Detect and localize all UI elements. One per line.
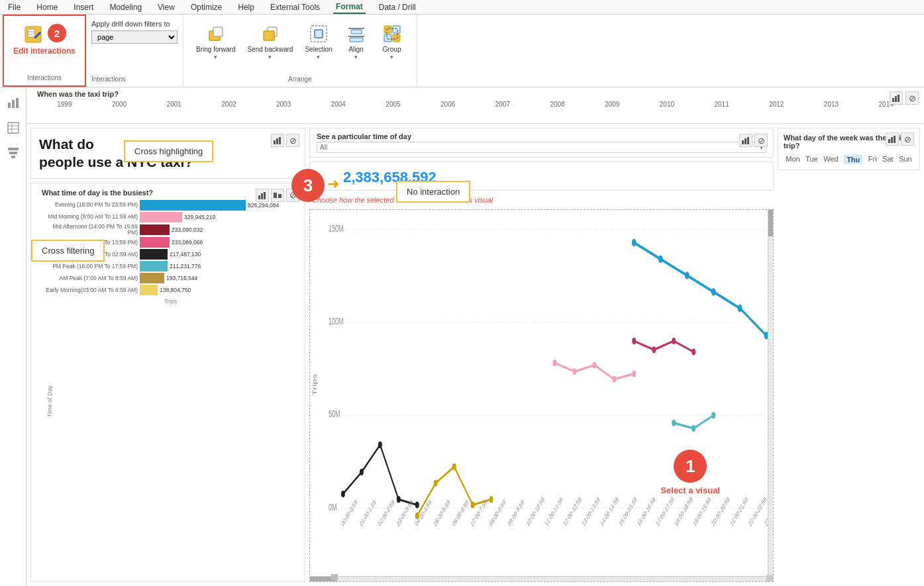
menu-external-tools[interactable]: External Tools [268, 1, 323, 13]
svg-point-75 [672, 338, 676, 344]
svg-text:17:00-17:59: 17:00-17:59 [655, 495, 675, 528]
year-2013: 2013 [804, 101, 859, 108]
filter-card: See a particular time of day All▾ ⊘ [309, 128, 774, 158]
dow-no-interact-icon[interactable]: ⊘ [901, 132, 914, 146]
timeline-controls: ⊘ [890, 91, 919, 105]
svg-point-52 [341, 491, 345, 497]
edit-interactions-row: 2 Edit interactions [9, 19, 79, 74]
scatter-h-scroll[interactable] [310, 576, 773, 581]
cross-highlighting-tooltip: Cross highlighting [124, 140, 213, 162]
selection-icon [308, 23, 329, 44]
svg-rect-9 [315, 30, 323, 38]
year-2004: 2004 [311, 101, 366, 108]
left-panel-resize[interactable] [331, 574, 338, 581]
timeline-no-interact-icon[interactable]: ⊘ [905, 91, 919, 105]
svg-rect-11 [351, 30, 362, 34]
svg-point-71 [612, 376, 616, 383]
svg-text:15:00-15:59: 15:00-15:59 [618, 495, 638, 528]
bar-label: Mid Morning (9:00 AM To 11:59 AM) [42, 214, 138, 220]
group-button[interactable]: Group ▾ [376, 20, 409, 73]
bar-label: PM Peak (16:00 PM To 17:59 PM) [42, 264, 138, 269]
svg-text:12:00-12:59: 12:00-12:59 [562, 495, 582, 528]
year-2008: 2008 [530, 101, 585, 108]
sidebar-table-icon[interactable] [3, 118, 23, 138]
select-visual-label: Select a visual [660, 485, 720, 495]
svg-rect-32 [274, 140, 276, 144]
svg-point-63 [658, 255, 663, 263]
bar-fill [140, 261, 168, 271]
selection-button[interactable]: Selection ▾ [300, 20, 336, 73]
filter-dropdown-all[interactable]: All▾ [317, 142, 766, 153]
menu-file[interactable]: File [5, 1, 23, 13]
bar-fill [140, 237, 170, 248]
svg-rect-22 [8, 122, 19, 133]
bar-label: Early Morning(03:00 AM To 6:59 AM) [42, 287, 138, 293]
menu-help[interactable]: Help [235, 1, 257, 13]
svg-rect-7 [264, 31, 274, 40]
svg-rect-37 [264, 192, 266, 199]
bar-value: 233,089,066 [172, 239, 203, 246]
menu-home[interactable]: Home [34, 1, 60, 13]
step3-circle: 3 [291, 169, 325, 202]
filter-bar-icon[interactable] [739, 134, 752, 147]
year-1999: 1999 [37, 101, 92, 108]
year-2009: 2009 [585, 101, 640, 108]
barchart-compare-icon[interactable] [271, 189, 284, 202]
year-2011: 2011 [694, 101, 749, 108]
svg-rect-28 [11, 156, 15, 158]
barchart-bar-icon[interactable] [256, 189, 269, 202]
canvas-area: When was the taxi trip? 1999 2000 2001 2… [26, 87, 924, 586]
scatter-v-scroll[interactable] [768, 210, 773, 576]
bar-fill [140, 249, 168, 260]
arrange-section: Bring forward ▾ Send backward ▾ [183, 15, 417, 87]
menu-modeling[interactable]: Modeling [107, 1, 144, 13]
menu-optimize[interactable]: Optimize [188, 1, 225, 13]
send-backward-icon [260, 23, 281, 44]
menu-insert[interactable]: Insert [71, 1, 96, 13]
filter-no-interact-icon[interactable]: ⊘ [754, 134, 768, 147]
year-2002: 2002 [201, 101, 256, 108]
day-sun: Sun [899, 155, 912, 164]
svg-point-53 [360, 469, 364, 475]
sidebar-bar-chart-icon[interactable] [3, 93, 23, 113]
svg-point-77 [672, 420, 676, 426]
menu-view[interactable]: View [155, 1, 178, 13]
main-area: When was the taxi trip? 1999 2000 2001 2… [0, 87, 924, 586]
send-backward-chevron: ▾ [268, 54, 272, 60]
group-chevron: ▾ [390, 54, 393, 60]
svg-text:150M: 150M [329, 223, 343, 234]
svg-rect-27 [9, 152, 17, 154]
menu-data-drill[interactable]: Data / Drill [376, 1, 419, 13]
bar-row: PM Peak (16:00 PM To 17:59 PM)211,231,77… [42, 261, 299, 271]
edit-interactions-label: Edit interactions [13, 46, 76, 56]
svg-point-65 [711, 288, 716, 296]
svg-text:16:00-16:59: 16:00-16:59 [637, 495, 656, 528]
bar-value: 217,487,130 [170, 251, 201, 258]
question-no-interact-icon[interactable]: ⊘ [286, 134, 299, 147]
edit-interactions-button[interactable]: 2 Edit interactions [9, 21, 79, 74]
align-button[interactable]: Align ▾ [340, 20, 373, 73]
page-dropdown[interactable]: page [91, 30, 178, 44]
menu-format[interactable]: Format [333, 1, 366, 14]
middle-panel: See a particular time of day All▾ ⊘ [309, 128, 774, 582]
svg-rect-14 [384, 26, 391, 33]
arrange-label: Arrange [288, 75, 312, 84]
timeline-title: When was the taxi trip? [37, 90, 913, 98]
svg-rect-33 [276, 138, 278, 144]
year-2010: 2010 [640, 101, 695, 108]
filter-controls: ⊘ [739, 134, 768, 147]
timeline-bar-chart-icon[interactable] [890, 91, 903, 105]
svg-rect-106 [894, 136, 896, 143]
sidebar-filter-icon[interactable] [3, 143, 23, 163]
svg-text:100M: 100M [329, 316, 343, 327]
dow-bar-icon[interactable] [886, 132, 899, 146]
resize-handle[interactable] [766, 575, 773, 581]
bar-label: Mid Afternoon (14:00 PM To 15:59 PM) [42, 224, 138, 236]
day-thu: Thu [844, 155, 862, 164]
dashboard-row: What dopeople use a NYC taxi? ⊘ Cross hi… [26, 124, 924, 586]
bring-forward-button[interactable]: Bring forward ▾ [191, 20, 240, 73]
v-scroll-thumb[interactable] [768, 210, 773, 236]
edit-interactions-section: 2 Edit interactions Interactions [3, 15, 86, 87]
question-bar-icon[interactable] [271, 134, 284, 147]
send-backward-button[interactable]: Send backward ▾ [242, 20, 297, 73]
